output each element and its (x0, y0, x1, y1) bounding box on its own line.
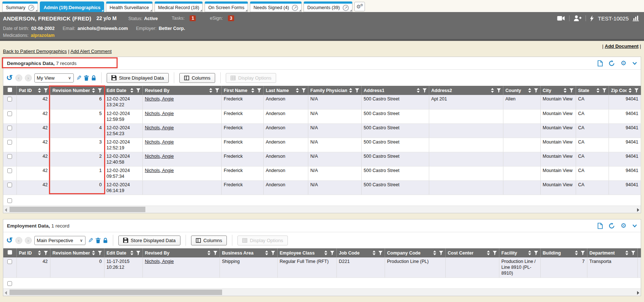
sort-icon[interactable] (130, 88, 133, 93)
revised-by-link[interactable]: Nichols, Angie (145, 96, 174, 102)
sort-icon[interactable] (92, 251, 95, 255)
columns-button[interactable]: Columns (179, 73, 215, 83)
filter-funnel-icon[interactable] (423, 88, 427, 93)
filter-funnel-icon[interactable] (136, 251, 140, 255)
column-header[interactable]: Pat ID (16, 86, 50, 95)
sort-icon[interactable] (349, 88, 352, 93)
scrollbar-thumb[interactable] (9, 290, 222, 295)
filter-funnel-icon[interactable] (581, 251, 585, 255)
column-header[interactable]: Last Name (263, 86, 308, 95)
row-checkbox[interactable] (7, 154, 12, 159)
filter-funnel-icon[interactable] (136, 88, 140, 93)
edit-view-icon[interactable]: ✎ (88, 237, 93, 244)
sort-icon[interactable] (373, 251, 376, 255)
medications-value[interactable]: alprazolam (31, 33, 54, 38)
column-header[interactable]: Revised By (142, 86, 221, 95)
filter-funnel-icon[interactable] (493, 251, 497, 255)
delete-view-icon[interactable] (84, 75, 89, 81)
filter-funnel-icon[interactable] (98, 251, 102, 255)
row-checkbox[interactable] (7, 183, 12, 187)
revised-by-link[interactable]: Nichols, Angie (145, 168, 174, 173)
sort-icon[interactable] (625, 251, 628, 255)
sort-icon[interactable] (207, 251, 210, 255)
gear-icon[interactable]: ⚙ (621, 60, 626, 66)
sort-icon[interactable] (38, 88, 41, 93)
gear-icon[interactable]: ⚙ (621, 223, 626, 229)
column-header[interactable]: Facility (499, 248, 540, 257)
popout-icon[interactable]: ↗ (292, 5, 298, 11)
sort-icon[interactable] (491, 88, 494, 93)
new-document-icon[interactable] (598, 223, 603, 229)
sort-icon[interactable] (528, 251, 531, 255)
row-checkbox[interactable] (7, 168, 12, 173)
view-select[interactable]: Main Perspective ∨ (34, 236, 85, 245)
filter-funnel-icon[interactable] (302, 88, 306, 93)
tab-health-surveillance[interactable]: Health Surveillance (106, 1, 153, 12)
revised-by-link[interactable]: Nichols, Angie (145, 259, 174, 264)
filter-funnel-icon[interactable] (355, 88, 359, 93)
sort-icon[interactable] (564, 88, 567, 93)
filter-funnel-icon[interactable] (378, 251, 382, 255)
tab-settings-gears-icon[interactable]: ⚙⚙ (354, 2, 365, 11)
new-document-icon[interactable] (598, 60, 603, 66)
column-header[interactable]: Edit Date (104, 248, 142, 257)
filter-funnel-icon[interactable] (213, 251, 217, 255)
sort-icon[interactable] (629, 88, 632, 93)
row-checkbox[interactable] (7, 140, 12, 145)
add-alert-comment-link[interactable]: Add Alert Comment (71, 49, 112, 54)
tab-medical-record[interactable]: Medical Record (18) (155, 1, 203, 12)
sort-icon[interactable] (130, 251, 133, 255)
row-checkbox[interactable] (7, 281, 12, 286)
revised-by-link[interactable]: Nichols, Angie (145, 154, 174, 159)
tab-on-screen-forms[interactable]: On Screen Forms (205, 1, 248, 12)
select-all-checkbox[interactable] (8, 88, 12, 92)
column-header[interactable]: Revised By (142, 248, 220, 257)
scroll-left-arrow[interactable] (5, 291, 7, 295)
column-header[interactable]: Zip Code (609, 86, 641, 95)
sort-icon[interactable] (433, 251, 436, 255)
column-header[interactable]: Edit Date (104, 86, 142, 95)
esign-badge[interactable]: 3 (228, 15, 234, 21)
sort-icon[interactable] (209, 88, 212, 93)
column-header[interactable]: H (637, 248, 641, 257)
sort-icon[interactable] (487, 251, 490, 255)
filter-funnel-icon[interactable] (569, 88, 573, 93)
column-header[interactable]: Family Physician (308, 86, 361, 95)
sort-icon[interactable] (324, 251, 327, 255)
sort-icon[interactable] (296, 88, 299, 93)
sort-icon[interactable] (265, 251, 268, 255)
person-add-icon[interactable] (573, 15, 582, 21)
tab-summary[interactable]: Summary ↗ (2, 1, 38, 12)
column-header[interactable]: Address1 (361, 86, 429, 95)
column-header[interactable]: First Name (221, 86, 263, 95)
sort-icon[interactable] (251, 88, 254, 93)
row-checkbox[interactable] (7, 111, 12, 116)
filter-funnel-icon[interactable] (44, 88, 48, 93)
column-header[interactable]: City (540, 86, 576, 95)
horizontal-scrollbar[interactable] (3, 206, 641, 213)
sort-icon[interactable] (597, 88, 599, 93)
edit-view-icon[interactable]: ✎ (76, 74, 81, 82)
popout-icon[interactable]: ↗ (343, 5, 349, 11)
column-header[interactable]: County (503, 86, 540, 95)
filter-funnel-icon[interactable] (439, 251, 443, 255)
columns-button[interactable]: Columns (191, 236, 227, 245)
filter-funnel-icon[interactable] (534, 88, 538, 93)
sort-icon[interactable] (575, 251, 578, 255)
collapse-chevron-icon[interactable] (632, 224, 637, 228)
column-header[interactable]: Employee Class (277, 248, 336, 257)
view-select[interactable]: My View ∨ (34, 73, 74, 83)
filter-funnel-icon[interactable] (257, 88, 261, 93)
row-checkbox[interactable] (7, 198, 12, 203)
reset-view-icon[interactable]: ↺ (6, 74, 13, 81)
filter-funnel-icon[interactable] (330, 251, 334, 255)
column-header[interactable]: Business Area (220, 248, 277, 257)
filter-funnel-icon[interactable] (631, 251, 635, 255)
column-header[interactable]: Revision Number (50, 86, 104, 95)
revised-by-link[interactable]: Nichols, Angie (145, 111, 174, 116)
refresh-icon[interactable] (609, 60, 615, 66)
filter-funnel-icon[interactable] (98, 88, 102, 93)
column-header[interactable]: Address2 (429, 86, 503, 95)
column-header[interactable]: State (576, 86, 609, 95)
revised-by-link[interactable]: Nichols, Angie (145, 139, 174, 145)
